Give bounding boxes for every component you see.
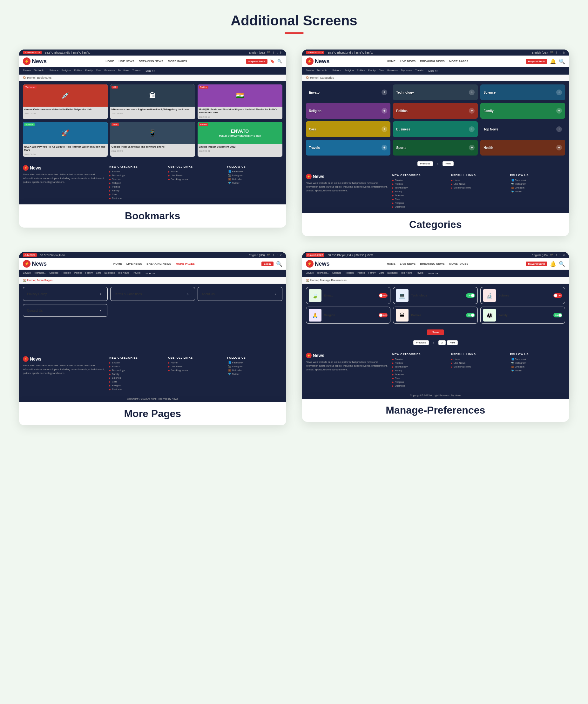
pref-fl-breaking[interactable]: Breaking News xyxy=(451,365,506,368)
mp-fl-breaking[interactable]: Breaking News xyxy=(168,369,223,372)
cat-more[interactable]: More >> xyxy=(144,69,157,73)
cat-travels2[interactable]: Travels xyxy=(415,69,423,73)
footer-link-breaking[interactable]: Breaking News xyxy=(168,178,223,181)
pref-tech-toggle[interactable]: ON xyxy=(466,293,475,298)
mp-f-sci[interactable]: Science xyxy=(109,376,164,379)
pref-cat-cars[interactable]: Cars xyxy=(379,272,384,276)
nav-live[interactable]: LIVE NEWS xyxy=(118,60,135,63)
pref-cat-envato[interactable]: Envato xyxy=(306,272,314,276)
pref-nav-home[interactable]: HOME xyxy=(387,262,395,266)
cat-f-envato[interactable]: Envato xyxy=(392,179,447,182)
cat-s-fb[interactable]: 📘 Facebook xyxy=(510,179,565,182)
pref-cat-travels[interactable]: Travels xyxy=(415,272,423,276)
pref-s-tw[interactable]: 🐦 Twitter xyxy=(510,369,565,372)
cat-business2[interactable]: Business xyxy=(387,69,397,73)
pref-cat-more[interactable]: More >> xyxy=(427,272,440,276)
mp-cat-more[interactable]: More >> xyxy=(144,272,157,276)
cat-nav-live[interactable]: LIVE NEWS xyxy=(400,60,416,63)
mp-cat-religion[interactable]: Religion xyxy=(62,272,71,276)
mp-s-tw[interactable]: 🐦 Twitter xyxy=(227,373,282,375)
pref-f-cars[interactable]: Cars xyxy=(392,377,447,379)
cat-s-tw[interactable]: 🐦 Twitter xyxy=(510,190,565,193)
cat-search-icon[interactable]: 🔍 xyxy=(559,58,565,64)
mp-contact[interactable]: Contact Us › xyxy=(23,304,107,317)
mp-about[interactable]: About Us › xyxy=(198,287,282,301)
pref-next-btn[interactable]: Next xyxy=(447,340,458,345)
pref-notif[interactable]: 🔔 xyxy=(550,261,556,267)
mp-s-fb[interactable]: 📘 Facebook xyxy=(227,361,282,364)
pref-fl-live[interactable]: Live News xyxy=(451,361,506,364)
cat-business[interactable]: Business xyxy=(105,69,115,73)
pref-s-fb[interactable]: 📘 Facebook xyxy=(510,358,565,361)
pref-cat-politics[interactable]: Politics xyxy=(357,272,365,276)
cat-nav-home[interactable]: HOME xyxy=(387,60,395,63)
cat-travels[interactable]: Travels xyxy=(132,69,141,73)
pref-f-tech[interactable]: Technology xyxy=(392,365,447,368)
cat-notif-icon[interactable]: 🔔 xyxy=(550,58,556,64)
mp-terms[interactable]: Terms & Conditions › xyxy=(110,287,195,301)
article-1[interactable]: 💉 Top News 4 more Omicron cases detected… xyxy=(23,84,108,119)
cat-next-btn[interactable]: Next xyxy=(442,161,453,166)
cat-f-tech[interactable]: Technology xyxy=(392,186,447,189)
cat-politics2[interactable]: Politics xyxy=(357,69,365,73)
footer-link-home[interactable]: Home xyxy=(168,170,223,173)
nav-home[interactable]: HOME xyxy=(105,60,114,63)
footer-link-live[interactable]: Live News xyxy=(168,174,223,177)
mp-cat-business[interactable]: Business xyxy=(105,272,115,276)
cat-religion2[interactable]: Religion xyxy=(345,69,354,73)
cat-s-li[interactable]: 💼 LinkedIn xyxy=(510,186,565,189)
cat-nav-breaking[interactable]: BREAKING NEWS xyxy=(420,60,445,63)
footer-fb[interactable]: 📘 Facebook xyxy=(227,170,282,173)
mp-nav-breaking[interactable]: BREAKING NEWS xyxy=(147,262,171,266)
pref-f-envato[interactable]: Envato xyxy=(392,358,447,361)
mp-nav-live[interactable]: LIVE NEWS xyxy=(126,262,142,266)
pref-cat-techno[interactable]: Technolo... xyxy=(317,272,329,276)
cat-f-biz[interactable]: Business xyxy=(392,206,447,208)
footer-cat-rel[interactable]: Religion xyxy=(109,182,164,184)
pref-cat-religion[interactable]: Religion xyxy=(345,272,354,276)
mp-cat-envato[interactable]: Envato xyxy=(23,272,31,276)
pref-envato-toggle[interactable]: OFF xyxy=(379,293,387,298)
pref-cat-business[interactable]: Business xyxy=(387,272,397,276)
cat-item-health[interactable]: Health + xyxy=(480,140,565,156)
cat-more2[interactable]: More >> xyxy=(427,69,440,73)
mp-cat-techno[interactable]: Technolo... xyxy=(34,272,46,276)
cat-envato2[interactable]: Envato xyxy=(306,69,314,73)
pref-cat-science[interactable]: Science xyxy=(332,272,341,276)
cat-science[interactable]: Science xyxy=(50,69,58,73)
cat-cars2[interactable]: Cars xyxy=(379,69,384,73)
cat-f-pol[interactable]: Politics xyxy=(392,182,447,185)
footer-tw[interactable]: 🐦 Twitter xyxy=(227,182,282,184)
cat-item-science[interactable]: Science + xyxy=(480,84,565,100)
cat-f-sci[interactable]: Science xyxy=(392,194,447,197)
mp-f-cars[interactable]: Cars xyxy=(109,380,164,383)
mp-f-rel[interactable]: Religion xyxy=(109,384,164,387)
footer-cat-fam[interactable]: Family xyxy=(109,189,164,192)
article-3[interactable]: 🇮🇳 Politics Modi@B: Scale and Sustainabi… xyxy=(198,84,282,119)
footer-ig[interactable]: 📷 Instagram xyxy=(227,174,282,177)
pref-f-sci[interactable]: Science xyxy=(392,373,447,376)
mp-cat-cars[interactable]: Cars xyxy=(96,272,101,276)
cat-item-envato[interactable]: Envato + xyxy=(306,84,391,100)
cat-f-rel[interactable]: Religion xyxy=(392,201,447,204)
cat-techno2[interactable]: Technolo... xyxy=(317,69,329,73)
mp-nav-morepages[interactable]: MORE PAGES xyxy=(176,262,195,266)
cat-fl-breaking[interactable]: Breaking News xyxy=(451,186,506,189)
article-2[interactable]: 🏛 NIA NIA arrests one more Afghan nation… xyxy=(110,84,195,119)
cat-f-cars[interactable]: Cars xyxy=(392,198,447,200)
pref-fl-home[interactable]: Home xyxy=(451,358,506,361)
search-icon[interactable]: 🔍 xyxy=(277,59,282,63)
cat-nav-more[interactable]: MORE PAGES xyxy=(449,60,468,63)
footer-cat-envato[interactable]: Envato xyxy=(109,170,164,173)
pref-pol-toggle[interactable]: ON xyxy=(466,313,475,317)
mp-search-icon[interactable]: 🔍 xyxy=(276,261,282,267)
mp-f-tech[interactable]: Technology xyxy=(109,369,164,372)
cat-cars[interactable]: Cars xyxy=(96,69,101,73)
cat-item-topnews[interactable]: Top News + xyxy=(480,121,565,137)
mp-nav-home[interactable]: HOME xyxy=(113,262,122,266)
bookmark-icon[interactable]: 🔖 xyxy=(270,59,275,63)
cat-fl-live[interactable]: Live News xyxy=(451,182,506,185)
cat-item-technology[interactable]: Technology + xyxy=(393,84,478,100)
pref-sci-toggle[interactable]: OFF xyxy=(553,293,562,298)
cat-page-1[interactable]: 1 xyxy=(434,161,441,166)
